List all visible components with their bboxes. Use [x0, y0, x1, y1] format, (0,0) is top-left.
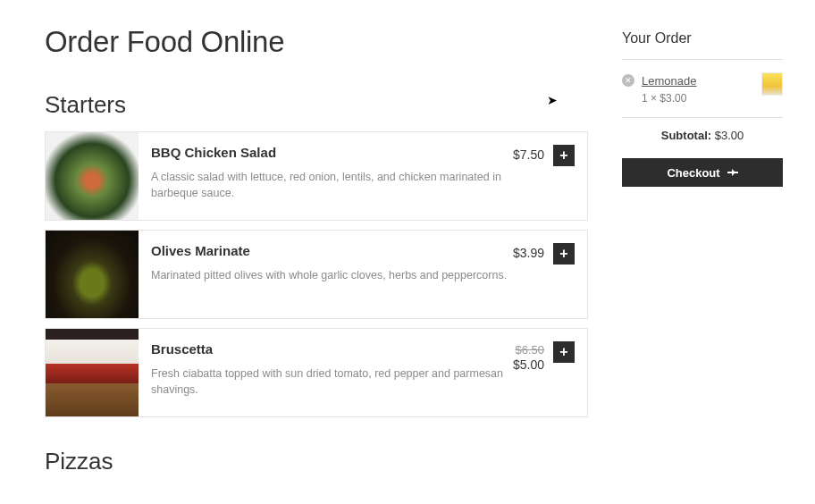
cart-sidebar: Your Order ✕ Lemonade 1 × $3.00 Subtotal…	[622, 25, 783, 488]
item-price: $5.00	[513, 357, 544, 372]
item-description: A classic salad with lettuce, red onion,…	[151, 169, 513, 201]
remove-item-icon[interactable]: ✕	[622, 74, 634, 87]
item-name: Olives Marinate	[151, 243, 513, 258]
menu-item: BBQ Chicken Salad A classic salad with l…	[45, 131, 588, 221]
cart-item-name[interactable]: Lemonade	[642, 74, 696, 88]
cart-subtotal: Subtotal: $3.00	[622, 129, 783, 142]
plus-icon: +	[559, 146, 567, 165]
plus-icon: +	[559, 244, 567, 264]
cart-item-qty: 1 × $3.00	[642, 92, 754, 105]
checkout-label: Checkout	[667, 166, 719, 180]
menu-item: Bruscetta Fresh ciabatta topped with sun…	[45, 328, 588, 417]
section-starters-heading: Starters	[45, 91, 588, 119]
food-image	[46, 231, 139, 318]
arrow-right-icon	[727, 172, 738, 173]
subtotal-value: $3.00	[715, 129, 744, 142]
menu-item: Olives Marinate Marinated pitted olives …	[45, 230, 588, 319]
item-price: $7.50	[513, 147, 544, 162]
add-to-cart-button[interactable]: +	[553, 145, 575, 166]
plus-icon: +	[559, 342, 567, 362]
food-image	[46, 132, 139, 220]
checkout-button[interactable]: Checkout	[622, 158, 783, 187]
cart-item-thumb	[761, 72, 783, 96]
item-name: BBQ Chicken Salad	[151, 145, 513, 160]
item-description: Marinated pitted olives with whole garli…	[151, 267, 513, 283]
food-image	[46, 329, 139, 416]
add-to-cart-button[interactable]: +	[553, 341, 575, 363]
item-name: Bruscetta	[151, 341, 513, 357]
page-title: Order Food Online	[45, 25, 588, 59]
item-price: $3.99	[513, 246, 544, 260]
item-description: Fresh ciabatta topped with sun dried tom…	[151, 365, 513, 398]
cart-line-item: ✕ Lemonade 1 × $3.00	[622, 72, 783, 118]
subtotal-label: Subtotal:	[661, 129, 711, 142]
cart-title: Your Order	[622, 30, 783, 60]
section-pizzas-heading: Pizzas	[45, 448, 588, 475]
item-price-old: $6.50	[513, 343, 544, 357]
add-to-cart-button[interactable]: +	[553, 243, 575, 265]
